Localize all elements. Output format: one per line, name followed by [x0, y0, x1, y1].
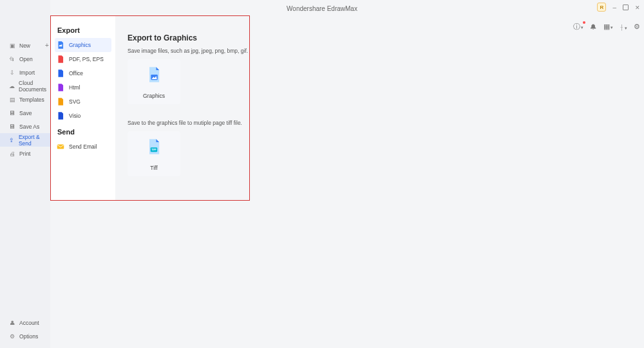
- export-row-label: Graphics: [69, 42, 91, 48]
- new-icon: ▣: [9, 42, 15, 49]
- sidebar-item-new[interactable]: ▣ New: [0, 39, 50, 52]
- sidebar-item-label: Cloud Documents: [19, 80, 50, 93]
- tile-tiff[interactable]: TIFF Tiff: [128, 131, 180, 176]
- sidebar-item-label: Export & Send: [19, 134, 50, 147]
- export-icon: ⇪: [9, 137, 15, 143]
- export-row-label: Send Email: [69, 143, 97, 150]
- export-row-send-email[interactable]: Send Email: [55, 140, 111, 154]
- sidebar-item-import[interactable]: ⇩ Import: [0, 66, 50, 79]
- pdf-file-icon: [56, 55, 65, 64]
- export-heading: Export: [57, 26, 111, 34]
- svg-text:TIFF: TIFF: [151, 149, 156, 151]
- content-desc-1: Save image files, such as jpg, jpeg, png…: [128, 48, 631, 54]
- svg-file-icon: [56, 97, 65, 106]
- sidebar-item-options[interactable]: ⚙︎ Options: [0, 329, 50, 343]
- sidebar-item-account[interactable]: 👤︎ Account: [0, 316, 50, 329]
- sidebar-item-label: Print: [19, 151, 30, 157]
- export-row-pdf[interactable]: PDF, PS, EPS: [55, 52, 111, 66]
- visio-file-icon: [56, 111, 65, 120]
- bell-icon[interactable]: 🔔︎: [590, 23, 597, 31]
- tiff-tile-icon: TIFF: [145, 138, 163, 156]
- sidebar-item-label: Save: [19, 110, 32, 116]
- saveas-icon: 💾︎: [9, 124, 15, 130]
- office-file-icon: [56, 69, 65, 78]
- save-icon: 💾︎: [9, 110, 15, 116]
- sidebar-item-label: Import: [19, 69, 35, 76]
- window-controls: R: [597, 3, 640, 12]
- tile-graphics[interactable]: Graphics: [128, 59, 180, 104]
- email-icon: [56, 142, 65, 151]
- graphics-file-icon: [56, 41, 65, 50]
- sidebar-item-save[interactable]: 💾︎ Save: [0, 106, 50, 120]
- export-side-list: Export Graphics PDF, PS, EPS Office Html: [51, 16, 115, 200]
- export-row-graphics[interactable]: Graphics: [55, 38, 111, 52]
- sidebar-item-label: Options: [19, 333, 38, 340]
- file-menu-sidebar: ▣ New 📂︎ Open ⇩ Import ☁︎ Cloud Document…: [0, 0, 50, 348]
- close-icon[interactable]: [635, 4, 640, 11]
- grid-icon[interactable]: ▦▾: [603, 23, 613, 31]
- export-row-label: Visio: [69, 113, 80, 119]
- toolbar-icons: ⓘ▾ 🔔︎ ▦▾ ⟊▾ ⚙︎: [573, 22, 640, 32]
- sidebar-item-label: Save As: [19, 124, 39, 130]
- sidebar-item-cloud[interactable]: ☁︎ Cloud Documents: [0, 79, 50, 93]
- filter-icon[interactable]: ⟊▾: [620, 23, 627, 31]
- title-bar: Wondershare EdrawMax R: [0, 0, 644, 17]
- svg-rect-0: [57, 145, 64, 149]
- export-row-label: SVG: [69, 98, 80, 105]
- html-file-icon: [56, 83, 65, 92]
- content-desc-2: Save to the graphics file to mutiple pag…: [128, 120, 631, 126]
- export-row-label: PDF, PS, EPS: [69, 56, 104, 62]
- sidebar-item-label: Templates: [19, 96, 44, 103]
- sidebar-item-label: Open: [19, 56, 33, 62]
- account-icon: 👤︎: [9, 320, 15, 326]
- window-title: Wondershare EdrawMax: [287, 5, 357, 12]
- sidebar-item-label: New: [19, 42, 30, 49]
- cloud-icon: ☁︎: [9, 83, 15, 89]
- export-row-label: Office: [69, 70, 83, 77]
- options-icon: ⚙︎: [9, 333, 15, 340]
- sidebar-item-label: Account: [19, 320, 39, 326]
- export-content: Export to Graphics Save image files, suc…: [128, 33, 631, 192]
- gear-icon[interactable]: ⚙︎: [634, 23, 640, 31]
- send-heading: Send: [57, 128, 111, 136]
- open-icon: 📂︎: [9, 56, 15, 62]
- sidebar-item-export-send[interactable]: ⇪ Export & Send: [0, 133, 50, 147]
- graphics-tile-icon: [145, 66, 163, 84]
- maximize-icon[interactable]: [623, 5, 629, 10]
- user-badge[interactable]: R: [597, 3, 606, 12]
- import-icon: ⇩: [9, 69, 15, 76]
- tile-label: Graphics: [143, 93, 165, 99]
- export-row-visio[interactable]: Visio: [55, 109, 111, 123]
- export-row-html[interactable]: Html: [55, 80, 111, 95]
- sidebar-item-open[interactable]: 📂︎ Open: [0, 52, 50, 66]
- sidebar-item-saveas[interactable]: 💾︎ Save As: [0, 120, 50, 133]
- sidebar-item-templates[interactable]: ▤ Templates: [0, 93, 50, 106]
- tile-label: Tiff: [150, 165, 157, 171]
- export-row-office[interactable]: Office: [55, 66, 111, 80]
- content-title: Export to Graphics: [128, 33, 631, 42]
- help-icon[interactable]: ⓘ▾: [573, 22, 583, 32]
- export-row-svg[interactable]: SVG: [55, 95, 111, 109]
- templates-icon: ▤: [9, 96, 15, 103]
- minimize-icon[interactable]: [612, 4, 616, 11]
- export-row-label: Html: [69, 84, 80, 91]
- sidebar-item-print[interactable]: 🖨︎ Print: [0, 147, 50, 160]
- print-icon: 🖨︎: [9, 151, 15, 157]
